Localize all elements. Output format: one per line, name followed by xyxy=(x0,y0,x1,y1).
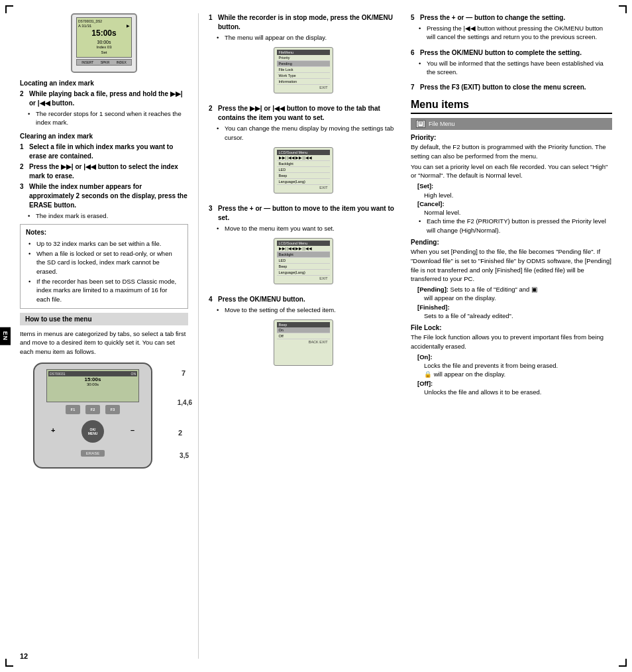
right-step5-bullet: • Pressing the |◀◀ button without pressi… xyxy=(419,24,612,42)
step1-title-text: While the recorder is in stop mode, pres… xyxy=(218,14,393,30)
note-2: • When a file is locked or set to read-o… xyxy=(28,249,182,276)
step2-content: Press the ▶▶| or |◀◀ button to select th… xyxy=(29,162,188,181)
f3-btn: F3 xyxy=(105,405,120,414)
ss1-row-0: Priority xyxy=(277,55,330,61)
note-1: • Up to 32 index marks can be set within… xyxy=(28,239,182,248)
corner-mark-bl xyxy=(5,659,13,667)
priority-text1: By default, the F2 button is programmed … xyxy=(411,142,612,161)
file-menu-label: File Menu xyxy=(429,121,455,127)
ss2-row-3: Beep xyxy=(277,173,330,179)
priority-f2-note: • Each time the F2 (PRIORITY) button is … xyxy=(419,217,612,235)
screen-icon: ▶ xyxy=(127,24,130,29)
pending-bracket-value: Sets to a file of "Editing" and xyxy=(450,286,530,293)
ss4-header: Beep xyxy=(277,322,330,327)
label-146: 1,4,6 xyxy=(178,399,192,406)
step-end: button. xyxy=(52,99,74,107)
priority-f2-note-text: Each time the F2 (PRIORITY) button is pr… xyxy=(427,217,612,235)
label-7: 7 xyxy=(182,369,185,377)
info-box: How to use the menu xyxy=(20,313,188,325)
erase-btn: ERASE xyxy=(81,450,105,457)
step-content: While playing back a file, press and hol… xyxy=(29,89,188,108)
note-1-text: Up to 32 index marks can be set within a… xyxy=(36,239,162,248)
mid-step4-title: 4 Press the OK/MENU button. xyxy=(209,295,397,304)
mid-step1-bullet: • The menu will appear on the display. xyxy=(217,33,397,42)
screenshot-4: Beep On Off BACK EXIT xyxy=(274,319,333,366)
file-lock-on: [On]: xyxy=(417,353,612,361)
ss-time-diag: 15:00s xyxy=(48,376,137,382)
ss3-header-text: LCD/Sound Menu xyxy=(279,241,308,245)
ss2-row-1: Backlight xyxy=(277,161,330,167)
file-lock-off: [Off]: xyxy=(417,379,612,388)
right-step5-bullet-text: Pressing the |◀◀ button without pressing… xyxy=(427,24,612,42)
main-content: DS700031_DS2 A 31/31 ▶ 15:00s 30:00s Ind… xyxy=(20,13,612,659)
ss4-row-0: On xyxy=(277,327,330,333)
step7-title-text: Press the F3 (EXIT) button to close the … xyxy=(420,84,586,91)
step2-bold: Press the ▶▶| or |◀◀ button to select th… xyxy=(29,163,178,180)
clearing-bullet: • The index mark is erased. xyxy=(28,211,188,220)
info-box-text: Items in menus are categorized by tabs, … xyxy=(20,329,188,356)
file-lock-off-label: [Off]: xyxy=(417,380,433,387)
locating-bullet: • The recorder stops for 1 second when i… xyxy=(28,109,188,127)
file-lock-heading: File Lock: xyxy=(411,324,612,331)
mid-step2-title: 2 Press the ▶▶| or |◀◀ button to move to… xyxy=(209,104,397,123)
screen-index: Index 03 xyxy=(78,45,130,50)
priority-set: [Set]: xyxy=(417,182,612,190)
f2-btn: F2 xyxy=(85,405,100,414)
step5-title-text: Press the + or — button to change the se… xyxy=(420,14,565,21)
step-bold: While playing back a file, press and hol… xyxy=(29,90,168,97)
step-number: 2 xyxy=(20,89,26,108)
ss1-row-4: Information xyxy=(277,79,330,85)
locating-step2: 2 While playing back a file, press and h… xyxy=(20,89,188,108)
ss4-footer: BACK EXIT xyxy=(277,339,330,345)
ss2-header: LCD/Sound Menu xyxy=(277,150,330,155)
bullet-sym-2: • xyxy=(28,211,33,220)
pending-finished-label: [Finished]: xyxy=(417,304,450,311)
ss1-header: FileMenu xyxy=(277,50,330,55)
locating-heading: Locating an index mark xyxy=(20,80,188,87)
ok-btn: OK/MENU xyxy=(81,420,104,443)
mid-step-4: 4 Press the OK/MENU button. • Move to th… xyxy=(209,295,397,370)
ss1-footer: EXIT xyxy=(277,85,330,90)
page-number: 12 xyxy=(20,652,28,660)
step-num-3: 3 xyxy=(20,182,26,210)
ss3-row-1: Backlight xyxy=(277,252,330,258)
screenshot-3-wrapper: LCD/Sound Menu ▶▶| |◀◀ ▶▶| |◀◀ Backlight… xyxy=(209,234,397,288)
fn-buttons-row: F1 F2 F3 xyxy=(34,405,151,414)
ss2-row-0: ▶▶| |◀◀ ▶▶| |◀◀ xyxy=(277,155,330,161)
screenshot-4-wrapper: Beep On Off BACK EXIT xyxy=(209,315,397,370)
file-menu-header: File Menu xyxy=(411,118,612,130)
ss3-header: LCD/Sound Menu xyxy=(277,241,330,246)
ok-area: OK/MENU + – xyxy=(34,417,151,450)
step1-content: Select a file in which index marks you w… xyxy=(29,142,188,161)
step1-bold: Select a file in which index marks you w… xyxy=(29,143,173,160)
file-lock-on-icon-text: will appear on the display. xyxy=(434,370,506,378)
device-diagram-screen: DS700031ON 15:00s 30:00s xyxy=(46,369,139,402)
step-num-1: 1 xyxy=(20,142,26,161)
device-body: DS700031ON 15:00s 30:00s F1 F2 F3 OK/MEN… xyxy=(33,363,152,469)
pending-icon: ▣ xyxy=(531,286,537,293)
right-step-5: 5 Press the + or — button to change the … xyxy=(411,13,612,42)
ss3-row-4: Language(Lang) xyxy=(277,270,330,276)
screen-set: Set xyxy=(78,50,130,56)
right-step-6: 6 Press the OK/MENU button to complete t… xyxy=(411,48,612,77)
ss3-row-0: ▶▶| |◀◀ ▶▶| |◀◀ xyxy=(277,246,330,252)
priority-cancel-label: [Cancel]: xyxy=(417,200,445,207)
mid-step-1: 1 While the recorder is in stop mode, pr… xyxy=(209,13,397,97)
pending-bracket-label: [Pending]: xyxy=(417,286,448,293)
screenshot-2: LCD/Sound Menu ▶▶| |◀◀ ▶▶| |◀◀ Backlight… xyxy=(274,147,333,194)
corner-mark-br xyxy=(619,659,627,667)
ss2-footer: EXIT xyxy=(277,185,330,190)
priority-cancel: [Cancel]: xyxy=(417,199,612,208)
mid-step1-title: 1 While the recorder is in stop mode, pr… xyxy=(209,13,397,32)
right-column: 5 Press the + or — button to change the … xyxy=(404,13,612,659)
corner-mark-tr xyxy=(619,5,627,13)
ss4-header-text: Beep xyxy=(279,323,288,327)
ss1-row-3: Work Type xyxy=(277,73,330,79)
priority-text2: You can set a priority level on each fil… xyxy=(411,162,612,181)
bottom-insert: INSERT xyxy=(81,60,93,64)
mid-step-2: 2 Press the ▶▶| or |◀◀ button to move to… xyxy=(209,104,397,197)
pending-finished-value: Sets to a file of "already edited". xyxy=(424,311,612,320)
bullet-sym: • xyxy=(28,109,33,127)
priority-heading: Priority: xyxy=(411,134,612,141)
mid-step3-bullet-text: Move to the menu item you want to set. xyxy=(225,224,335,233)
